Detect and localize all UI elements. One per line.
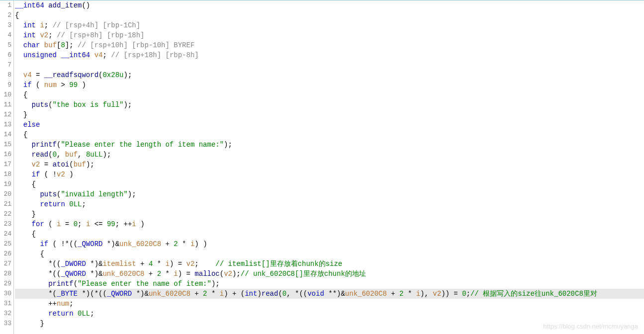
token-punct: ; ++ [115, 220, 132, 228]
code-area[interactable]: __int64 add_item(){ int i; // [rsp+4h] [… [14, 0, 644, 334]
token-type: _QWORD [107, 290, 132, 298]
code-line[interactable]: v2 = atoi(buf); [15, 160, 644, 169]
token-plain [15, 51, 23, 59]
token-kw: if [23, 81, 32, 89]
token-plain [90, 51, 94, 59]
token-kw: if [40, 240, 48, 248]
token-punct: ) ) [194, 240, 207, 248]
code-line[interactable]: printf("Please enter the length of item … [15, 140, 644, 150]
token-type: __int64 [61, 51, 90, 59]
token-var: v2 [40, 31, 48, 39]
code-line[interactable]: read(0, buf, 8uLL); [15, 150, 644, 160]
token-punct: { [23, 91, 27, 99]
code-line[interactable]: *(_BYTE *)(*((_QWORD *)&unk_6020C8 + 2 *… [15, 289, 644, 299]
token-punct: *)& [86, 270, 103, 278]
code-line[interactable]: puts("the box is full"); [15, 100, 644, 110]
code-line[interactable]: } [15, 319, 644, 329]
token-plain: *(( [15, 270, 61, 278]
token-var: i [174, 270, 178, 278]
token-var: unk_6020C8 [119, 240, 161, 248]
line-number: 11 [0, 100, 11, 110]
code-line[interactable]: { [15, 10, 644, 20]
code-line[interactable]: else [15, 120, 644, 130]
token-punct: ) [78, 81, 86, 89]
code-line[interactable]: for ( i = 0; i <= 99; ++i ) [15, 219, 644, 229]
token-var: v4 [94, 51, 103, 59]
token-fn: printf [48, 280, 73, 288]
code-line[interactable]: } [15, 110, 644, 120]
token-punct: **)& [324, 290, 345, 298]
token-punct: ); [102, 151, 111, 159]
token-var: i [40, 21, 44, 29]
token-punct: + [387, 290, 399, 298]
token-plain [44, 1, 48, 9]
token-str: "Please enter the length of item name:" [61, 141, 224, 149]
code-editor[interactable]: 1234567891011121314151617181920212223242… [0, 0, 644, 334]
code-line[interactable]: __int64 add_item() [15, 0, 644, 10]
code-line[interactable]: if ( !*((_QWORD *)&unk_6020C8 + 2 * i) ) [15, 239, 644, 249]
code-line[interactable]: *((_DWORD *)&itemlist + 4 * i) = v2; // … [15, 259, 644, 269]
code-line[interactable]: { [15, 130, 644, 140]
token-punct: = [61, 220, 73, 228]
token-num: 0 [282, 290, 286, 298]
token-fn: read [32, 151, 49, 159]
token-type: _QWORD [78, 240, 102, 248]
token-punct: ) [257, 290, 261, 298]
token-num: 2 [174, 240, 178, 248]
token-kw: int [23, 31, 36, 39]
code-line[interactable]: { [15, 179, 644, 189]
code-line[interactable]: return 0LL; [15, 199, 644, 209]
token-punct: { [23, 131, 27, 139]
token-punct: + [190, 290, 203, 298]
token-punct: = [40, 161, 52, 168]
code-line[interactable]: v4 = __readfsqword(0x28u); [15, 70, 644, 80]
code-line[interactable] [15, 60, 644, 70]
token-plain [15, 180, 32, 188]
token-cmt: // [rsp+10h] [rbp-10h] BYREF [78, 41, 194, 49]
token-kw: unsigned [23, 51, 57, 59]
code-line[interactable]: char buf[8]; // [rsp+10h] [rbp-10h] BYRE… [15, 40, 644, 50]
token-var: v2 [224, 270, 232, 278]
token-plain [15, 141, 32, 149]
code-line[interactable]: if ( num > 99 ) [15, 80, 644, 90]
code-line[interactable]: if ( !v2 ) [15, 169, 644, 179]
line-number: 19 [0, 179, 11, 189]
token-punct: { [32, 180, 36, 188]
code-line[interactable]: unsigned __int64 v4; // [rsp+18h] [rbp-8… [15, 50, 644, 60]
code-line[interactable]: int v2; // [rsp+8h] [rbp-18h] [15, 30, 644, 40]
token-num: 8 [61, 41, 65, 49]
token-punct: ]; [65, 41, 78, 49]
token-green: // itemlist[]里存放着chunk的size [215, 260, 342, 268]
code-line[interactable]: int i; // [rsp+4h] [rbp-1Ch] [15, 20, 644, 30]
token-punct: , [78, 151, 86, 159]
token-punct: ); [211, 280, 220, 288]
token-punct: ( [44, 220, 57, 228]
token-punct: ), [420, 290, 433, 298]
code-line[interactable]: *((_QWORD *)&unk_6020C8 + 2 * i) = mallo… [15, 269, 644, 279]
token-punct: ( [278, 290, 282, 298]
line-number: 18 [0, 169, 11, 179]
code-line[interactable]: puts("invaild length"); [15, 189, 644, 199]
token-num: 99 [107, 220, 115, 228]
token-plain: ++ [15, 300, 57, 308]
code-line[interactable]: printf("Please enter the name of item:")… [15, 279, 644, 289]
code-line[interactable]: } [15, 209, 644, 219]
token-plain [15, 151, 32, 159]
token-str: "the box is full" [53, 101, 124, 109]
token-kw: void [307, 290, 324, 298]
token-punct: ) = [170, 260, 186, 268]
token-var: buf [44, 41, 57, 49]
token-kw: int [23, 21, 36, 29]
code-line[interactable]: { [15, 229, 644, 239]
token-punct: ); [224, 141, 232, 149]
code-line[interactable]: return 0LL; [15, 309, 644, 319]
code-line[interactable]: ++num; [15, 299, 644, 309]
token-fn: add_item [48, 1, 82, 9]
code-line[interactable]: { [15, 249, 644, 259]
token-punct: } [40, 320, 44, 328]
token-punct: ; [69, 300, 73, 308]
token-punct: ; [466, 290, 470, 298]
code-line[interactable]: { [15, 90, 644, 100]
line-number: 29 [0, 279, 11, 289]
line-number: 17 [0, 160, 11, 169]
